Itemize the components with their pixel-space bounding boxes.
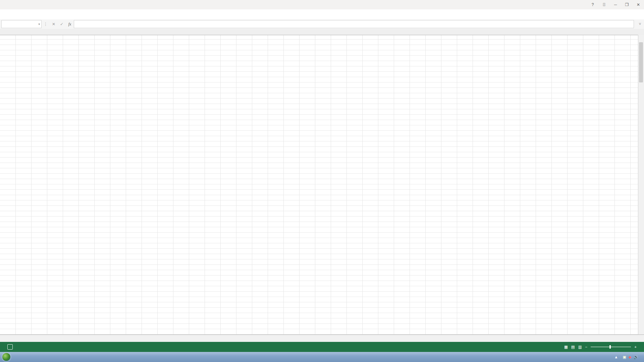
ribbon-tab-strip — [0, 9, 644, 20]
vertical-scrollbar[interactable] — [638, 35, 644, 335]
sheet-tab-strip — [0, 335, 644, 342]
volume-icon[interactable]: 🔊 — [634, 355, 638, 359]
divider: ⋮ — [42, 19, 50, 29]
title-bar: ? ⍐ ─ ❐ ✕ — [0, 0, 644, 10]
start-button[interactable] — [1, 352, 12, 362]
tray-icon-1[interactable]: ▣ — [623, 355, 626, 359]
help-icon[interactable]: ? — [587, 0, 598, 9]
windows-taskbar: ▲ ▣ ◆ 🔊 — [0, 352, 644, 362]
fx-icon[interactable]: fx — [66, 19, 74, 29]
name-box-dropdown-icon[interactable]: ▾ — [38, 22, 41, 26]
excel-window: ? ⍐ ─ ❐ ✕ ▾ ⋮ ✕ ✓ fx ˅ ▦ ▤ ▥ − — [0, 0, 644, 362]
view-normal-icon[interactable]: ▦ — [564, 345, 568, 349]
tray-arrow-icon[interactable]: ▲ — [614, 355, 618, 359]
minimize-icon[interactable]: ─ — [610, 0, 621, 9]
formula-bar-expand-icon[interactable]: ˅ — [636, 19, 644, 29]
zoom-in-icon[interactable]: + — [634, 345, 637, 349]
restore-icon[interactable]: ❐ — [621, 0, 633, 9]
close-icon[interactable]: ✕ — [633, 0, 644, 9]
cancel-icon[interactable]: ✕ — [50, 19, 58, 29]
name-box[interactable]: ▾ — [1, 20, 42, 28]
enter-icon[interactable]: ✓ — [58, 19, 66, 29]
system-tray: ▲ ▣ ◆ 🔊 — [614, 352, 644, 362]
macro-record-icon[interactable] — [7, 344, 13, 350]
zoom-out-icon[interactable]: − — [585, 345, 588, 349]
grid-cells — [0, 35, 644, 335]
tray-icon-2[interactable]: ◆ — [629, 355, 631, 359]
column-headers[interactable] — [0, 29, 644, 35]
ribbon-display-icon[interactable]: ⍐ — [598, 0, 610, 9]
status-bar: ▦ ▤ ▥ − + — [0, 342, 644, 352]
view-layout-icon[interactable]: ▤ — [571, 345, 575, 349]
formula-input[interactable] — [74, 20, 634, 28]
window-buttons: ? ⍐ ─ ❐ ✕ — [587, 0, 644, 9]
view-pagebreak-icon[interactable]: ▥ — [578, 345, 582, 349]
zoom-slider[interactable] — [591, 347, 631, 347]
quick-access-toolbar — [0, 0, 644, 8]
scrollbar-thumb[interactable] — [639, 42, 643, 82]
formula-bar: ▾ ⋮ ✕ ✓ fx ˅ — [0, 19, 644, 29]
